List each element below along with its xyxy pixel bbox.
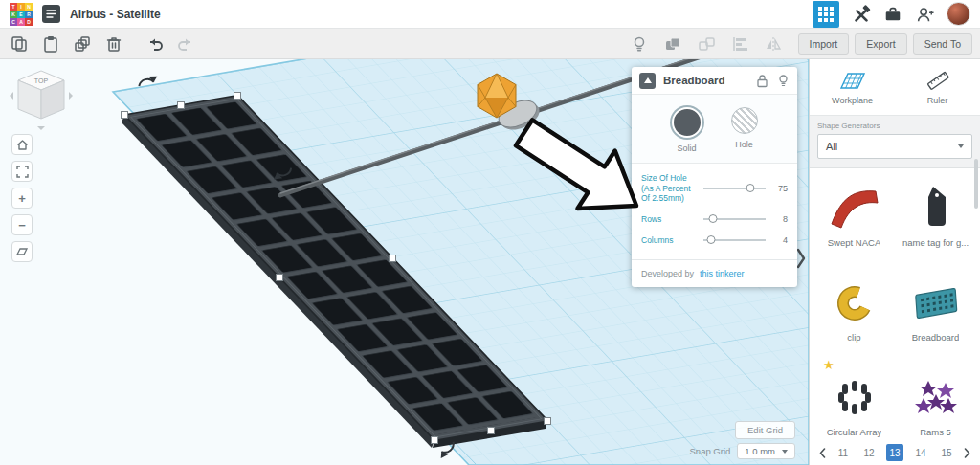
paste-icon xyxy=(41,34,60,54)
selection-handle[interactable] xyxy=(545,418,551,425)
snap-grid-select[interactable]: 1.0 mm xyxy=(737,443,795,459)
tools-button[interactable] xyxy=(852,5,871,24)
ungroup-button[interactable] xyxy=(697,34,716,54)
page-button[interactable]: 13 xyxy=(886,444,903,461)
trash-icon xyxy=(104,34,123,54)
shape-item-swept-naca[interactable]: Swept NACA xyxy=(813,182,895,248)
param-size-of-hole: Size Of Hole (As A Percent Of 2.55mm) 75 xyxy=(641,173,788,204)
circular-array-thumb xyxy=(826,373,883,419)
mirror-button[interactable] xyxy=(764,34,783,54)
minus-icon: − xyxy=(18,218,26,232)
selection-handle[interactable] xyxy=(432,437,438,444)
ruler-tool[interactable]: Ruler xyxy=(895,59,980,115)
shape-item-name-tag[interactable]: name tag for g... xyxy=(895,182,976,248)
zoom-in-button[interactable]: + xyxy=(11,188,33,209)
page-button[interactable]: 15 xyxy=(938,444,955,461)
columns-slider[interactable] xyxy=(703,235,766,245)
viewcube-down-arrow-icon[interactable] xyxy=(37,126,45,130)
pagination-prev[interactable] xyxy=(819,448,826,458)
solid-hole-selector: Solid Hole xyxy=(632,95,797,164)
viewcube-left-arrow-icon[interactable] xyxy=(10,92,13,100)
delete-button[interactable] xyxy=(104,34,123,54)
hammer-wrench-icon xyxy=(852,4,871,25)
shape-item-circular-array[interactable]: ★ Circ xyxy=(813,371,895,437)
page-button[interactable]: 14 xyxy=(912,444,929,461)
param-label: Size Of Hole (As A Percent Of 2.55mm) xyxy=(641,173,697,204)
perspective-icon xyxy=(15,245,29,258)
redo-button[interactable] xyxy=(177,34,196,54)
page-button[interactable]: 12 xyxy=(860,444,878,461)
paste-button[interactable] xyxy=(41,34,60,54)
pagination-next[interactable] xyxy=(964,448,970,458)
export-button[interactable]: Export xyxy=(855,33,906,55)
slider-handle[interactable] xyxy=(746,184,755,192)
copy-button[interactable] xyxy=(10,34,29,54)
logo-tile: T xyxy=(10,3,17,11)
send-to-button[interactable]: Send To xyxy=(913,33,972,55)
shape-item-breadboard[interactable]: Breadboard xyxy=(895,277,976,343)
align-button[interactable] xyxy=(730,34,749,54)
shape-generators-dropdown[interactable]: All xyxy=(817,134,972,159)
tinkercad-logo[interactable]: T I N K E R C A D xyxy=(10,3,33,26)
fit-view-button[interactable] xyxy=(11,161,33,182)
developer-link[interactable]: this tinkerer xyxy=(700,269,745,278)
slider-handle[interactable] xyxy=(708,214,717,223)
workplane-tool[interactable]: Workplane xyxy=(810,59,895,115)
hole-option[interactable]: Hole xyxy=(731,107,758,153)
favorite-star-icon[interactable]: ★ xyxy=(823,358,835,372)
viewcube-right-arrow-icon[interactable] xyxy=(69,92,73,100)
selection-handle[interactable] xyxy=(277,275,283,281)
clipboard-tools xyxy=(0,34,123,54)
param-value: 4 xyxy=(772,235,788,245)
ungroup-icon xyxy=(697,34,716,54)
home-view-button[interactable] xyxy=(11,134,33,155)
group-button[interactable] xyxy=(663,34,682,54)
shape-generators-section: Shape Generators All xyxy=(810,116,980,168)
top-bar: T I N K E R C A D Airbus - Satellite xyxy=(0,0,980,29)
slider-handle[interactable] xyxy=(707,235,716,244)
toolbox-icon xyxy=(883,4,902,25)
size-of-hole-slider[interactable] xyxy=(703,184,766,193)
selection-handle[interactable] xyxy=(234,93,241,100)
lock-icon xyxy=(756,74,768,88)
shape-item-clip[interactable]: clip xyxy=(813,277,895,343)
developed-by-label: Developed by xyxy=(641,269,694,278)
avatar[interactable] xyxy=(947,2,970,26)
zoom-out-button[interactable]: − xyxy=(11,214,33,235)
lock-button[interactable] xyxy=(755,73,768,88)
shape-item-rams-5[interactable]: Rams 5 xyxy=(895,371,976,437)
view-cube[interactable]: TOP xyxy=(10,65,73,136)
viewcube-top-label: TOP xyxy=(34,78,49,84)
selection-handle[interactable] xyxy=(122,112,128,119)
topbar-actions xyxy=(813,1,970,28)
logo-tile: D xyxy=(25,18,33,26)
show-all-button[interactable] xyxy=(630,34,649,54)
snap-grid-control: Snap Grid 1.0 mm xyxy=(690,443,795,459)
selection-handle[interactable] xyxy=(488,428,495,434)
solid-option[interactable]: Solid xyxy=(672,107,702,153)
selection-handle[interactable] xyxy=(178,102,185,109)
collapse-panel-button[interactable] xyxy=(639,73,656,89)
edit-grid-button[interactable]: Edit Grid xyxy=(735,421,795,439)
tinkercad-app: T I N K E R C A D Airbus - Satellite xyxy=(0,0,980,465)
undo-button[interactable] xyxy=(145,34,164,54)
sidebar-scrollbar[interactable] xyxy=(974,159,978,209)
perspective-toggle-button[interactable] xyxy=(11,241,33,262)
page-button[interactable]: 11 xyxy=(835,444,852,461)
rows-slider[interactable] xyxy=(703,214,766,224)
selection-handle[interactable] xyxy=(390,255,396,262)
design-menu-icon[interactable] xyxy=(42,5,60,23)
duplicate-button[interactable] xyxy=(73,34,92,54)
history-tools xyxy=(145,34,196,54)
import-button[interactable]: Import xyxy=(798,33,850,55)
clip-thumb xyxy=(826,278,883,324)
invite-user-button[interactable] xyxy=(915,5,934,24)
param-value: 8 xyxy=(772,214,788,224)
toolbox-button[interactable] xyxy=(883,5,902,24)
apps-grid-button[interactable] xyxy=(813,1,839,28)
hole-label: Hole xyxy=(735,140,753,149)
3d-viewport[interactable]: TOP + − Breadboard xyxy=(0,59,809,465)
view-nav: + − xyxy=(11,134,33,262)
param-label: Rows xyxy=(641,214,697,225)
visibility-button[interactable] xyxy=(776,73,790,88)
